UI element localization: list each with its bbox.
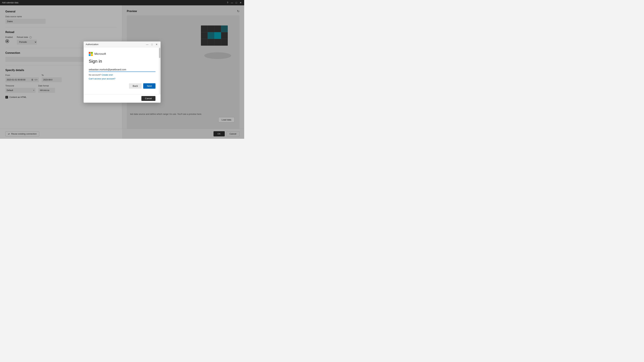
auth-dialog-scrollbar[interactable] <box>159 47 160 94</box>
cant-access-row: Can't access your account? <box>89 77 156 80</box>
auth-dialog-title: Authorization <box>86 43 98 45</box>
email-input[interactable] <box>89 67 156 72</box>
window-controls: ? — □ ✕ <box>226 1 242 4</box>
auth-maximize-button[interactable]: □ <box>150 42 154 46</box>
window-title: Add calendar data <box>2 1 18 4</box>
email-input-wrapper <box>89 67 156 72</box>
close-button[interactable]: ✕ <box>239 1 242 4</box>
title-bar: Add calendar data ? — □ ✕ <box>0 0 244 5</box>
create-one-link[interactable]: Create one! <box>102 73 113 76</box>
auth-close-button[interactable]: ✕ <box>155 42 158 46</box>
microsoft-logo: Microsoft <box>89 52 156 56</box>
maximize-button[interactable]: □ <box>235 1 238 4</box>
no-account-text: No account? <box>89 73 101 76</box>
dialog-overlay: Authorization — □ ✕ Microsoft <box>0 5 244 139</box>
scrollbar-thumb <box>159 48 160 58</box>
ms-square-blue <box>89 54 90 56</box>
auth-dialog-titlebar: Authorization — □ ✕ <box>84 41 160 47</box>
signin-title: Sign in <box>89 59 156 64</box>
auth-dialog-controls: — □ ✕ <box>146 42 158 46</box>
ms-square-yellow <box>91 54 93 56</box>
cancel-dialog-button[interactable]: Cancel <box>142 96 156 101</box>
no-account-row: No account? Create one! <box>89 73 156 76</box>
auth-dialog-body: Microsoft Sign in No account? Create one… <box>84 47 160 94</box>
cant-access-link[interactable]: Can't access your account? <box>89 77 116 80</box>
ms-squares-icon <box>89 52 93 56</box>
microsoft-label: Microsoft <box>94 52 106 56</box>
ms-square-green <box>91 52 93 54</box>
back-button[interactable]: Back <box>129 83 142 89</box>
auth-dialog-footer: Cancel <box>84 94 160 103</box>
auth-dialog: Authorization — □ ✕ Microsoft <box>84 41 161 103</box>
auth-minimize-button[interactable]: — <box>146 42 149 46</box>
help-button[interactable]: ? <box>226 1 229 4</box>
ms-square-red <box>89 52 90 54</box>
next-button[interactable]: Next <box>143 83 156 89</box>
auth-navigation-buttons: Back Next <box>89 83 156 89</box>
minimize-button[interactable]: — <box>230 1 234 4</box>
